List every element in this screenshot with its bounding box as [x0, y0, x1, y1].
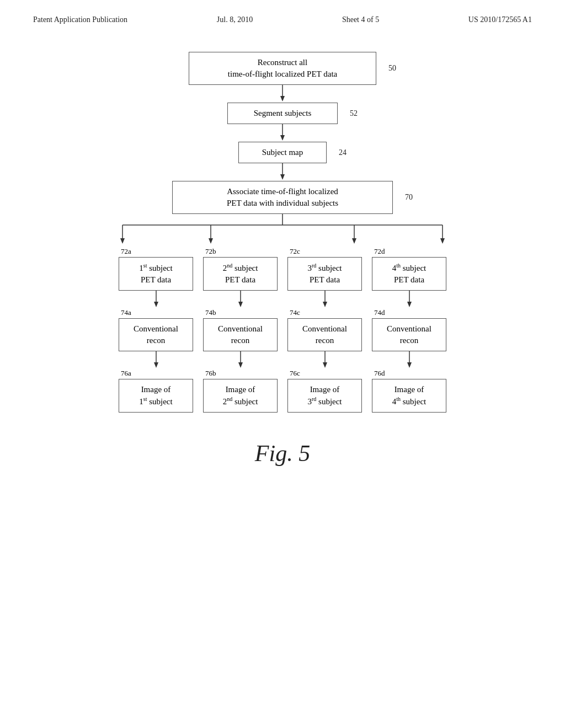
diagram-area: Reconstruct alltime-of-flight localized … — [0, 30, 565, 467]
header-center-date: Jul. 8, 2010 — [217, 15, 253, 24]
col-d-recon-text: Conventionalrecon — [387, 324, 431, 345]
col-d-recon-label-outer: 74d — [372, 308, 385, 317]
svg-marker-31 — [407, 362, 412, 368]
col-c-pet-text: 3rd subjectPET data — [307, 264, 342, 284]
col-b-recon-label: 74b — [205, 308, 216, 317]
col-c-arrow2 — [321, 351, 329, 369]
col-d-pet-label-outer: 72d — [372, 247, 385, 256]
col-c-image-box: Image of3rd subject — [287, 379, 362, 413]
col-a-recon-label: 74a — [121, 308, 131, 317]
header-sheet: Sheet 4 of 5 — [342, 15, 379, 24]
col-a-pet-label-outer: 72a — [119, 247, 131, 256]
svg-marker-3 — [280, 135, 285, 141]
col-d-recon-label: 74d — [374, 308, 385, 317]
col-d-pet-label: 72d — [374, 247, 385, 255]
col-d-recon-box: Conventionalrecon — [372, 318, 446, 351]
col-c-image-label: 76c — [290, 369, 300, 377]
box-70: Associate time-of-flight localizedPET da… — [172, 181, 393, 214]
col-b-recon-label-outer: 74b — [203, 308, 216, 317]
column-d: 72d 4th subjectPET data 74d Conventional… — [372, 247, 446, 413]
col-c-recon-label: 74c — [290, 308, 300, 317]
box-52: Segment subjects — [227, 103, 338, 124]
col-a-image-text: Image of1st subject — [139, 385, 172, 406]
arrow-24-70 — [278, 163, 287, 181]
col-a-recon-label-outer: 74a — [119, 308, 131, 317]
col-b-pet-text: 2nd subjectPET data — [223, 264, 258, 284]
col-c-image-text: Image of3rd subject — [307, 385, 342, 406]
svg-marker-27 — [323, 362, 327, 368]
svg-marker-14 — [352, 238, 356, 244]
svg-marker-23 — [238, 362, 243, 368]
header-right: US 2010/172565 A1 — [468, 15, 532, 24]
box-52-text: Segment subjects — [254, 109, 312, 117]
col-a-pet-text: 1st subjectPET data — [139, 264, 172, 284]
svg-marker-29 — [407, 302, 412, 307]
col-c-pet-box: 3rd subjectPET data — [287, 257, 362, 291]
col-b-image-box: Image of2nd subject — [203, 379, 278, 413]
box-50-text: Reconstruct alltime-of-flight localized … — [228, 58, 337, 78]
col-d-pet-box: 4th subjectPET data — [372, 257, 446, 291]
col-a-recon-box: Conventionalrecon — [119, 318, 193, 351]
box-24: Subject map — [238, 142, 327, 163]
col-d-image-label: 76d — [374, 369, 385, 377]
col-c-pet-label-outer: 72c — [287, 247, 300, 256]
col-c-arrow1 — [321, 291, 329, 308]
columns-row: 72a 1st subjectPET data 74a Conventional… — [119, 247, 446, 413]
col-a-image-label-outer: 76a — [119, 369, 131, 378]
svg-marker-19 — [154, 362, 158, 368]
page-header: Patent Application Publication Jul. 8, 2… — [0, 0, 565, 30]
col-c-image-label-outer: 76c — [287, 369, 300, 378]
col-a-pet-box: 1st subjectPET data — [119, 257, 193, 291]
col-d-arrow1 — [405, 291, 414, 308]
col-a-arrow2 — [152, 351, 161, 369]
svg-marker-12 — [120, 238, 125, 244]
col-d-arrow2 — [405, 351, 414, 369]
col-d-image-text: Image of4th subject — [392, 385, 427, 406]
col-a-arrow1 — [152, 291, 161, 308]
col-a-image-box: Image of1st subject — [119, 379, 193, 413]
svg-marker-1 — [280, 96, 285, 101]
svg-marker-21 — [238, 302, 243, 307]
col-a-recon-text: Conventionalrecon — [134, 324, 178, 345]
col-a-pet-label: 72a — [121, 247, 131, 255]
col-b-image-text: Image of2nd subject — [223, 385, 258, 406]
svg-marker-15 — [440, 238, 445, 244]
col-b-pet-box: 2nd subjectPET data — [203, 257, 278, 291]
box-50-label: 50 — [388, 64, 396, 73]
col-c-recon-text: Conventionalrecon — [302, 324, 347, 345]
col-d-pet-text: 4th subjectPET data — [392, 264, 427, 284]
svg-marker-17 — [154, 302, 158, 307]
col-c-pet-label: 72c — [290, 247, 300, 255]
col-c-recon-label-outer: 74c — [287, 308, 300, 317]
figure-label: Fig. 5 — [255, 440, 310, 467]
box-70-label: 70 — [405, 193, 413, 202]
box-50: Reconstruct alltime-of-flight localized … — [189, 52, 376, 85]
arrow-50-52 — [278, 85, 287, 103]
col-b-image-label: 76b — [205, 369, 216, 377]
col-b-image-label-outer: 76b — [203, 369, 216, 378]
col-b-recon-text: Conventionalrecon — [218, 324, 263, 345]
box-70-text: Associate time-of-flight localizedPET da… — [227, 187, 338, 207]
svg-marker-13 — [209, 238, 213, 244]
svg-marker-25 — [323, 302, 327, 307]
arrow-52-24 — [278, 124, 287, 142]
box-52-label: 52 — [350, 109, 358, 118]
column-b: 72b 2nd subjectPET data 74b Conventional… — [203, 247, 278, 413]
col-b-pet-label-outer: 72b — [203, 247, 216, 256]
col-b-arrow1 — [236, 291, 245, 308]
column-c: 72c 3rd subjectPET data 74c Conventional… — [287, 247, 362, 413]
box-24-text: Subject map — [262, 148, 303, 157]
col-c-recon-box: Conventionalrecon — [287, 318, 362, 351]
col-b-pet-label: 72b — [205, 247, 216, 255]
col-a-image-label: 76a — [121, 369, 131, 377]
column-a: 72a 1st subjectPET data 74a Conventional… — [119, 247, 193, 413]
branch-lines — [73, 214, 492, 247]
col-d-image-label-outer: 76d — [372, 369, 385, 378]
box-24-label: 24 — [339, 148, 347, 157]
col-d-image-box: Image of4th subject — [372, 379, 446, 413]
header-left: Patent Application Publication — [33, 15, 127, 24]
col-b-arrow2 — [236, 351, 245, 369]
col-b-recon-box: Conventionalrecon — [203, 318, 278, 351]
svg-marker-5 — [280, 174, 285, 180]
